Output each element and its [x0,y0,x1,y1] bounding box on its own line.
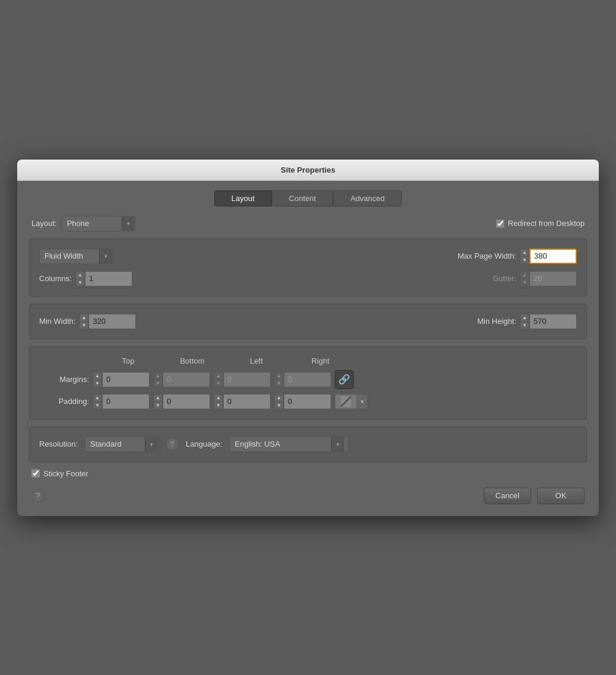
layout-select-arrow[interactable]: ▾ [122,216,135,231]
min-width-down[interactable]: ▼ [79,321,88,329]
padding-top-down[interactable]: ▼ [93,402,102,409]
margins-top-input[interactable] [102,372,150,387]
resolution-select[interactable]: Standard High (2x) High (3x) [85,437,145,451]
margins-right-up[interactable]: ▲ [274,372,284,380]
min-height-label: Min Height: [477,317,516,326]
fluid-select-wrapper[interactable]: Fluid Width Fixed Width ▾ [39,249,113,264]
margins-left-spinner: ▲▼ [214,372,271,387]
resolution-section: Resolution: Standard High (2x) High (3x)… [29,426,587,462]
margins-top-down[interactable]: ▼ [93,380,102,387]
columns-input[interactable] [85,271,132,286]
redirect-label: Redirect from Desktop [508,219,585,228]
site-properties-dialog: Site Properties Layout Content Advanced … [17,160,599,516]
margins-right-input[interactable] [284,372,331,387]
sticky-footer-row: Sticky Footer [31,469,585,478]
margins-top-spinner: ▲▼ [93,372,150,387]
layout-select-wrapper[interactable]: Phone Tablet Desktop ▾ [62,216,135,231]
sticky-footer-checkbox[interactable] [31,469,40,477]
min-width-up[interactable]: ▲ [79,314,88,321]
padding-top-up[interactable]: ▲ [93,394,102,402]
max-page-width-input[interactable] [529,249,577,264]
sticky-footer-label: Sticky Footer [43,469,88,478]
layout-select[interactable]: Phone Tablet Desktop [62,216,122,231]
layout-left: Layout: Phone Tablet Desktop ▾ [31,216,135,231]
min-height-up[interactable]: ▲ [520,314,529,321]
padding-left-input[interactable] [223,394,271,409]
gutter-label: Gutter: [493,274,516,283]
cancel-button[interactable]: Cancel [484,488,531,504]
fluid-select[interactable]: Fluid Width Fixed Width [40,249,99,263]
title-bar: Site Properties [17,160,599,181]
padding-bottom-up[interactable]: ▲ [153,394,163,402]
padding-right-spinner: ▲▼ [274,394,331,409]
fluid-select-arrow[interactable]: ▾ [99,249,112,264]
margins-bottom-up[interactable]: ▲ [153,372,163,380]
ok-button[interactable]: OK [537,488,585,504]
tab-content[interactable]: Content [272,190,334,206]
columns-row: Columns: ▲ ▼ Gutter: ▲ [39,271,577,286]
resolution-select-arrow[interactable]: ▾ [145,437,158,452]
fill-icon [341,396,351,407]
padding-right-down[interactable]: ▼ [274,402,284,409]
padding-bottom-spinner: ▲▼ [153,394,210,409]
padding-fill-dropdown[interactable]: ▾ [357,394,368,409]
max-page-width-spinner: ▲ ▼ [520,249,577,264]
min-width-group: Min Width: ▲ ▼ [39,314,136,329]
resolution-help-button[interactable]: ? [166,438,179,451]
padding-right-input[interactable] [284,394,331,409]
gutter-down[interactable]: ▼ [520,279,529,286]
margins-bottom-down[interactable]: ▼ [153,380,163,387]
resolution-row: Resolution: Standard High (2x) High (3x)… [39,437,577,452]
dialog-body: Layout Content Advanced Layout: Phone Ta… [17,181,599,516]
padding-top-input[interactable] [102,394,150,409]
margins-bottom-input[interactable] [163,372,210,387]
margins-left-down[interactable]: ▼ [214,380,223,387]
bottom-bar: ? Cancel OK [29,488,587,504]
margin-column-headers: Top Bottom Left Right [39,356,577,365]
tab-layout[interactable]: Layout [214,190,272,206]
language-select-arrow[interactable]: ▾ [331,437,344,452]
language-select[interactable]: English: USA English: UK French German S… [230,437,331,451]
padding-bottom-input[interactable] [163,394,210,409]
padding-fill-button[interactable] [335,394,357,409]
resolution-select-wrapper[interactable]: Standard High (2x) High (3x) ▾ [85,437,158,452]
margins-link-button[interactable]: 🔗 [335,370,354,389]
language-select-wrapper[interactable]: English: USA English: UK French German S… [230,437,348,452]
min-width-spinner-btns: ▲ ▼ [79,314,88,329]
max-page-width-group: Max Page Width: ▲ ▼ [458,249,577,264]
columns-up[interactable]: ▲ [75,271,85,279]
padding-left-up[interactable]: ▲ [214,394,223,402]
fluid-width-group: Fluid Width Fixed Width ▾ [39,249,113,264]
col-left: Left [224,356,288,365]
columns-down[interactable]: ▼ [75,279,85,286]
padding-right-up[interactable]: ▲ [274,394,284,402]
margins-right-down[interactable]: ▼ [274,380,284,387]
margins-left-up[interactable]: ▲ [214,372,223,380]
gutter-up[interactable]: ▲ [520,271,529,279]
min-height-spinner-btns: ▲ ▼ [520,314,529,329]
margins-bottom-spinner: ▲▼ [153,372,210,387]
padding-bottom-down[interactable]: ▼ [153,402,163,409]
min-width-input[interactable] [88,314,136,329]
padding-left-down[interactable]: ▼ [214,402,223,409]
min-height-down[interactable]: ▼ [520,321,529,329]
col-right: Right [288,356,353,365]
min-width-spinner: ▲ ▼ [79,314,136,329]
max-page-width-up[interactable]: ▲ [520,249,529,256]
redirect-checkbox[interactable] [496,219,504,228]
columns-label: Columns: [39,274,72,283]
tab-advanced[interactable]: Advanced [333,190,402,206]
layout-label: Layout: [31,219,57,228]
gutter-input[interactable] [529,271,577,286]
min-height-group: Min Height: ▲ ▼ [477,314,577,329]
columns-group: Columns: ▲ ▼ [39,271,132,286]
fluid-section: Fluid Width Fixed Width ▾ Max Page Width… [29,238,587,297]
help-button[interactable]: ? [31,489,45,502]
redirect-checkbox-row: Redirect from Desktop [496,219,585,228]
margins-top-up[interactable]: ▲ [93,372,102,380]
margins-left-input[interactable] [223,372,271,387]
min-height-input[interactable] [529,314,577,329]
action-buttons: Cancel OK [484,488,585,504]
max-page-width-down[interactable]: ▼ [520,256,529,264]
max-page-width-spinner-btns: ▲ ▼ [520,249,529,264]
